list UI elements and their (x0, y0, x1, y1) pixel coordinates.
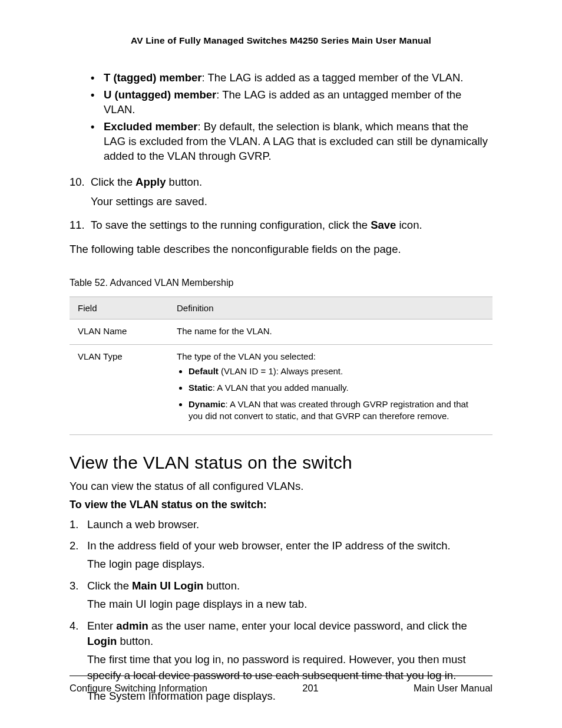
step-pre: To save the settings to the running conf… (91, 219, 371, 231)
step-sub: The first time that you log in, no passw… (87, 652, 492, 684)
li-rest: : A VLAN that was created through GVRP r… (189, 399, 468, 421)
footer-rule (70, 676, 492, 676)
step-pre: Click the (87, 579, 132, 592)
step-post: button. (166, 176, 202, 188)
step-bold: Apply (135, 176, 166, 188)
bullet-t-member: • T (tagged) member: The LAG is added as… (91, 71, 492, 85)
li-bold: Default (189, 366, 219, 376)
step-bold: Save (371, 219, 396, 231)
footer-page-number: 201 (302, 683, 319, 694)
list-item: Static: A VLAN that you added manually. (189, 382, 484, 394)
cell-definition: The type of the VLAN you selected: Defau… (168, 345, 492, 434)
step-number: 3. (70, 578, 87, 612)
li-rest: : A VLAN that you added manually. (213, 383, 349, 393)
section-intro: You can view the status of all configure… (70, 480, 492, 493)
step-number: 11. (70, 218, 91, 233)
bullet-dot-icon: • (91, 88, 104, 117)
page-footer: Configure Switching Information 201 Main… (70, 683, 492, 694)
step-post: button. (203, 579, 240, 592)
step-10-sub: Your settings are saved. (91, 194, 492, 210)
step-number: 1. (70, 517, 87, 533)
bullet-bold: T (tagged) member (104, 71, 202, 84)
step-11: 11. To save the settings to the running … (70, 218, 492, 233)
footer-right: Main User Manual (414, 683, 492, 694)
footer-left: Configure Switching Information (70, 683, 207, 694)
bullet-u-member: • U (untagged) member: The LAG is added … (91, 88, 492, 117)
li-rest: (VLAN ID = 1): Always present. (219, 366, 343, 376)
step-bold: admin (116, 620, 148, 632)
step-sub: The login page displays. (87, 556, 492, 572)
bullet-bold: Excluded member (104, 120, 197, 133)
bullet-dot-icon: • (91, 71, 104, 85)
step-number: 10. (70, 174, 91, 190)
step-sub: The main UI login page displays in a new… (87, 597, 492, 612)
step-pre: Click the (91, 176, 135, 188)
table-intro-paragraph: The following table describes the noncon… (70, 242, 492, 258)
list-item: Dynamic: A VLAN that was created through… (189, 398, 484, 423)
table-row: VLAN Type The type of the VLAN you selec… (70, 345, 492, 434)
member-bullet-list: • T (tagged) member: The LAG is added as… (91, 71, 492, 164)
step-post: button. (117, 635, 153, 647)
step-text: Launch a web browser. (87, 517, 492, 533)
procedure-step-2: 2. In the address field of your web brow… (70, 538, 492, 572)
bullet-dot-icon: • (91, 120, 104, 164)
vlan-membership-table: Field Definition VLAN Name The name for … (70, 297, 492, 435)
step-pre: Enter (87, 620, 116, 632)
cell-intro: The type of the VLAN you selected: (177, 351, 316, 361)
step-post: icon. (396, 219, 422, 231)
table-row: VLAN Name The name for the VLAN. (70, 319, 492, 345)
cell-field: VLAN Type (70, 345, 168, 434)
cell-field: VLAN Name (70, 319, 168, 345)
section-heading: View the VLAN status on the switch (70, 453, 492, 473)
step-bold: Login (87, 635, 117, 647)
step-mid: as the user name, enter your local devic… (148, 620, 467, 632)
procedure-subhead: To view the VLAN status on the switch: (70, 499, 492, 511)
table-caption: Table 52. Advanced VLAN Membership (70, 278, 492, 288)
step-number: 2. (70, 538, 87, 572)
li-bold: Static (189, 383, 213, 393)
procedure-step-3: 3. Click the Main UI Login button. The m… (70, 578, 492, 612)
th-definition: Definition (168, 297, 492, 319)
th-field: Field (70, 297, 168, 319)
step-bold: Main UI Login (132, 579, 203, 592)
list-item: Default (VLAN ID = 1): Always present. (189, 365, 484, 377)
cell-definition: The name for the VLAN. (168, 319, 492, 345)
bullet-bold: U (untagged) member (104, 88, 216, 101)
step-10: 10. Click the Apply button. (70, 174, 492, 190)
li-bold: Dynamic (189, 399, 226, 409)
bullet-rest: : The LAG is added as a tagged member of… (202, 71, 464, 84)
page-header-title: AV Line of Fully Managed Switches M4250 … (70, 35, 492, 46)
bullet-excluded-member: • Excluded member: By default, the selec… (91, 120, 492, 164)
step-text: In the address field of your web browser… (87, 539, 451, 552)
procedure-step-1: 1. Launch a web browser. (70, 517, 492, 533)
